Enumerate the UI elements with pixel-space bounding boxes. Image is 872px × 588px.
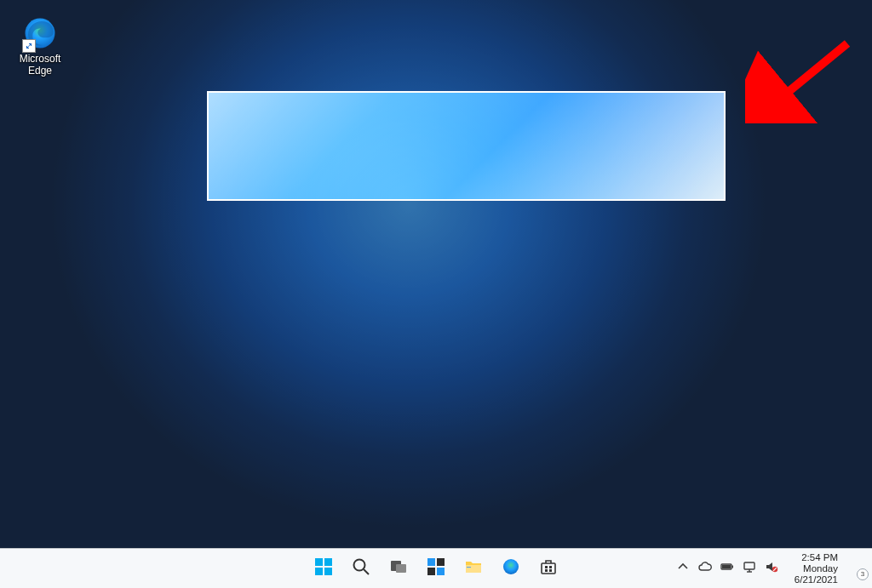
svg-rect-13 xyxy=(437,568,445,575)
file-explorer-button[interactable] xyxy=(462,557,485,579)
svg-rect-17 xyxy=(542,563,555,574)
desktop[interactable]: Microsoft Edge xyxy=(0,0,872,549)
svg-rect-4 xyxy=(315,568,323,575)
taskbar: 2:54 PM Monday 6/21/2021 3 xyxy=(0,548,872,588)
battery-tray-icon[interactable] xyxy=(720,562,734,575)
task-view-icon xyxy=(389,557,408,579)
clock-date: 6/21/2021 xyxy=(787,574,838,585)
svg-point-6 xyxy=(354,560,365,571)
svg-rect-20 xyxy=(545,569,548,572)
desktop-icon-label: Microsoft Edge xyxy=(20,53,61,77)
task-view-button[interactable] xyxy=(387,557,410,579)
svg-rect-24 xyxy=(722,565,731,568)
svg-rect-11 xyxy=(437,558,445,566)
svg-rect-19 xyxy=(549,566,552,568)
search-button[interactable] xyxy=(350,557,372,579)
svg-rect-10 xyxy=(427,558,435,566)
svg-rect-12 xyxy=(427,568,435,575)
snip-selection-rectangle[interactable] xyxy=(209,93,724,199)
taskbar-center-group xyxy=(313,549,559,588)
store-icon xyxy=(539,557,558,579)
svg-rect-9 xyxy=(396,564,406,573)
network-tray-icon[interactable] xyxy=(743,562,756,575)
svg-rect-18 xyxy=(545,566,548,568)
action-center-button[interactable]: 3 xyxy=(846,558,867,579)
svg-line-7 xyxy=(364,569,369,574)
tray-icons-group xyxy=(676,562,778,575)
svg-rect-23 xyxy=(732,566,734,568)
volume-muted-icon xyxy=(765,560,778,577)
microsoft-store-button[interactable] xyxy=(537,557,559,579)
cloud-icon xyxy=(698,560,712,577)
windows-start-icon xyxy=(314,557,333,579)
svg-rect-21 xyxy=(549,569,552,572)
svg-rect-5 xyxy=(324,568,332,575)
svg-rect-14 xyxy=(466,565,481,573)
shortcut-arrow-icon xyxy=(22,39,36,53)
snip-dim-overlay xyxy=(0,0,872,549)
svg-rect-15 xyxy=(467,567,471,568)
onedrive-tray-icon[interactable] xyxy=(698,562,712,575)
battery-icon xyxy=(720,560,734,577)
svg-rect-2 xyxy=(315,558,323,566)
clock-time: 2:54 PM xyxy=(787,552,838,563)
chevron-up-icon xyxy=(676,560,690,577)
taskbar-clock[interactable]: 2:54 PM Monday 6/21/2021 xyxy=(787,552,838,585)
widgets-icon xyxy=(427,557,445,579)
start-button[interactable] xyxy=(313,557,335,579)
file-explorer-icon xyxy=(464,557,483,579)
edge-icon xyxy=(22,15,58,51)
search-icon xyxy=(352,557,370,579)
svg-rect-3 xyxy=(324,558,332,566)
notification-badge: 3 xyxy=(857,568,869,580)
system-tray: 2:54 PM Monday 6/21/2021 3 xyxy=(676,549,867,588)
edge-icon xyxy=(502,557,520,579)
tray-overflow-button[interactable] xyxy=(676,562,690,575)
svg-rect-25 xyxy=(744,562,754,569)
widgets-button[interactable] xyxy=(425,557,447,579)
network-icon xyxy=(743,560,756,577)
clock-day: Monday xyxy=(787,563,838,574)
edge-taskbar-button[interactable] xyxy=(500,557,522,579)
desktop-icon-microsoft-edge[interactable]: Microsoft Edge xyxy=(9,15,72,77)
svg-point-16 xyxy=(503,559,519,574)
volume-tray-icon[interactable] xyxy=(765,562,778,575)
